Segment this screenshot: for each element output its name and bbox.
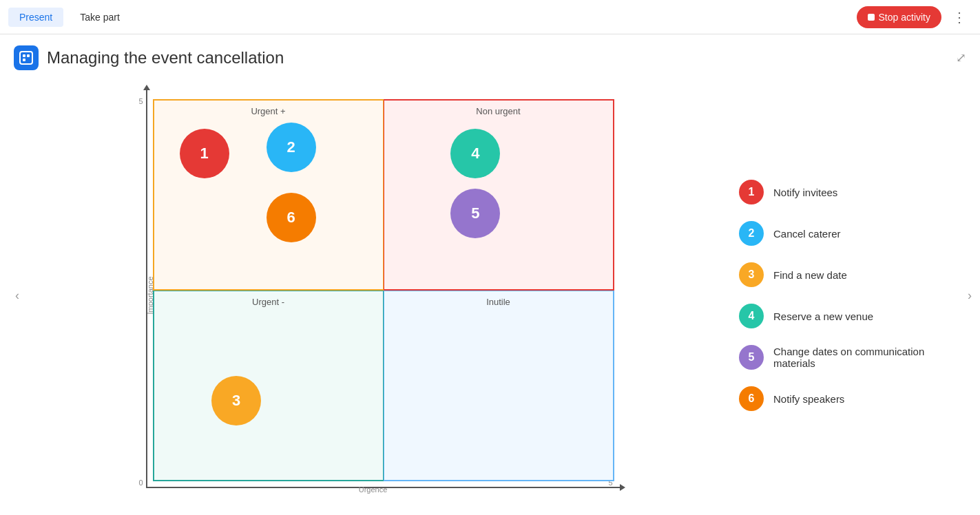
legend-badge-2: 2	[739, 221, 764, 246]
non-urgent-label: Non urgent	[384, 106, 613, 116]
legend-text-5: Change dates on communication materials	[773, 346, 939, 369]
svg-rect-0	[20, 52, 32, 64]
quadrant-urgent-plus: Urgent + 1 2 6	[153, 99, 384, 291]
quadrant-urgent-minus: Urgent - 3	[153, 291, 384, 482]
nav-left-arrow[interactable]: ‹	[7, 76, 28, 515]
legend-text-2: Cancel caterer	[773, 228, 841, 240]
tab-take-part[interactable]: Take part	[69, 8, 131, 27]
legend: 1Notify invitees2Cancel caterer3Find a n…	[718, 76, 959, 515]
x-min-label: 0	[139, 479, 143, 487]
legend-item-4: 4Reserve a new venue	[739, 304, 939, 328]
y-max-label: 5	[139, 97, 143, 105]
expand-button[interactable]: ⤢	[956, 50, 966, 65]
bubble-1[interactable]: 1	[180, 129, 229, 178]
legend-item-1: 1Notify invitees	[739, 180, 939, 204]
y-axis-line	[146, 89, 147, 488]
bubble-3-label: 3	[232, 392, 240, 410]
page-title-area: Managing the event cancellation ⤢	[0, 34, 980, 76]
svg-rect-3	[23, 59, 25, 61]
x-axis-label: Urgence	[359, 485, 388, 494]
svg-rect-2	[27, 54, 30, 57]
nav-right-arrow[interactable]: ›	[959, 76, 980, 515]
urgent-plus-label: Urgent +	[154, 106, 383, 116]
legend-badge-1: 1	[739, 180, 764, 204]
app-icon	[14, 45, 39, 70]
bubble-6-label: 6	[287, 209, 295, 227]
quadrant-inutile: Inutile	[384, 291, 614, 482]
header: Present Take part Stop activity ⋮	[0, 0, 980, 34]
bubble-3[interactable]: 3	[211, 376, 261, 425]
more-options-button[interactable]: ⋮	[947, 6, 972, 28]
urgent-minus-label: Urgent -	[154, 297, 383, 307]
stop-icon	[868, 14, 875, 21]
chart-area: Importance 0 5 5 Urgence Urgent + 1	[28, 76, 718, 515]
legend-badge-4: 4	[739, 304, 764, 328]
bubble-6[interactable]: 6	[267, 193, 316, 242]
inutile-label: Inutile	[384, 297, 613, 307]
legend-badge-5: 5	[739, 345, 764, 370]
quadrant-non-urgent: Non urgent 4 5	[384, 99, 614, 291]
bubble-5[interactable]: 5	[450, 189, 500, 238]
legend-badge-6: 6	[739, 386, 764, 411]
app-icon-svg	[19, 50, 34, 65]
tab-present[interactable]: Present	[8, 8, 63, 27]
legend-text-3: Find a new date	[773, 269, 847, 281]
bubble-2[interactable]: 2	[267, 123, 316, 172]
stop-button-label: Stop activity	[879, 12, 930, 23]
quadrants-grid: Urgent + 1 2 6 Non urgent	[153, 99, 614, 481]
stop-activity-button[interactable]: Stop activity	[857, 6, 941, 28]
main-content: ‹ Importance 0 5 5 Urgence Urgent +	[0, 76, 980, 515]
legend-item-6: 6Notify speakers	[739, 386, 939, 411]
bubble-4-label: 4	[471, 145, 479, 162]
bubble-2-label: 2	[287, 138, 295, 156]
legend-text-4: Reserve a new venue	[773, 311, 873, 322]
legend-item-2: 2Cancel caterer	[739, 221, 939, 246]
legend-item-3: 3Find a new date	[739, 262, 939, 287]
legend-item-5: 5Change dates on communication materials	[739, 345, 939, 370]
bubble-5-label: 5	[471, 204, 479, 222]
bubble-1-label: 1	[200, 145, 208, 162]
legend-text-1: Notify invitees	[773, 187, 837, 198]
legend-badge-3: 3	[739, 262, 764, 287]
legend-text-6: Notify speakers	[773, 393, 844, 405]
bubble-4[interactable]: 4	[450, 129, 500, 178]
svg-rect-1	[23, 54, 25, 57]
page-title: Managing the event cancellation	[47, 48, 284, 67]
chart-container: Importance 0 5 5 Urgence Urgent + 1	[125, 89, 621, 502]
